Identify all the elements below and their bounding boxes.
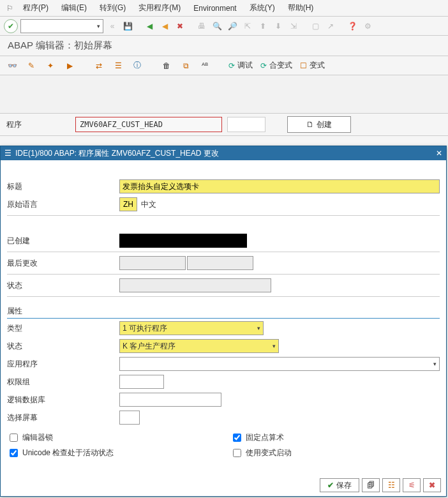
selscreen-input[interactable] [119,411,140,425]
debug-button[interactable]: ⟳调试 [228,60,253,71]
status-select[interactable]: K 客户生产程序▾ [119,339,279,353]
ldb-input[interactable] [119,393,221,407]
status-prop-label: 状态 [7,341,119,352]
info-icon[interactable]: ⓘ [131,60,143,72]
window-icon: ☰ [4,149,11,158]
editor-lock-checkbox[interactable] [10,434,18,442]
start-variant-checkbox[interactable] [233,449,241,457]
program-row: 程序 ZMV60AFZ_CUST_HEAD 🗋 创建 [0,114,448,136]
page-title: ABAP 编辑器：初始屏幕 [0,36,448,56]
foot-btn-2[interactable]: ☷ [382,478,400,492]
save-button[interactable]: ✔ 保存 [320,478,359,492]
check-icon: ✔ [327,481,334,490]
application-label: 应用程序 [7,359,119,370]
wand-icon[interactable]: ✎ [26,60,37,72]
variant-button[interactable]: ☐变式 [300,60,325,71]
branch-icon: ⚟ [408,481,415,490]
menu-edit[interactable]: 编辑(E) [55,3,93,13]
language-name: 中文 [141,199,156,210]
dialog-close-button[interactable]: ✕ [436,149,442,158]
dialog-titlebar: ☰ IDE(1)/800 ABAP: 程序属性 ZMV60AFZ_CUST_HE… [1,146,446,160]
create-button-label: 创建 [317,119,332,130]
foot-btn-3[interactable]: ⚟ [403,478,421,492]
command-field[interactable]: ▾ [20,19,103,33]
body-spacer [0,75,448,114]
settings-icon[interactable]: ⚙ [361,20,374,33]
authgroup-label: 权限组 [7,377,119,388]
main-toolbar: ✔ ▾ « 💾 ◀ ◀ ✖ 🖶 🔍 🔎 ⇱ ⬆ ⬇ ⇲ ▢ ↗ ❓ ⚙ [0,17,448,36]
list-icon: ☷ [388,481,395,490]
program-name-input[interactable]: ZMV60AFZ_CUST_HEAD [75,117,222,132]
status-label: 状态 [7,280,119,291]
back-icon[interactable]: ◀ [143,20,156,33]
exit-icon[interactable]: ◀ [158,20,171,33]
dialog-cancel-button[interactable]: ✖ [423,478,441,492]
dialog-title: IDE(1)/800 ABAP: 程序属性 ZMV60AFZ_CUST_HEAD… [15,148,219,159]
application-select[interactable]: ▾ [119,357,440,371]
program-label: 程序 [6,119,70,130]
prev-page-icon[interactable]: ⬆ [257,20,269,33]
lastchanged-date [119,256,186,270]
first-page-icon[interactable]: ⇱ [241,20,254,33]
activate-icon[interactable]: ✦ [45,60,56,72]
where-used-icon[interactable]: ⇄ [93,60,105,72]
menu-util[interactable]: 实用程序(M) [132,3,187,13]
status-value [119,278,271,292]
type-select[interactable]: 1 可执行程序▾ [119,321,264,335]
find-icon[interactable]: 🔍 [211,20,223,33]
unicode-check-checkbox[interactable] [10,449,18,457]
created-label: 已创建 [7,236,119,246]
new-session-icon[interactable]: ▢ [309,20,322,33]
program-ext-box [227,117,265,132]
foot-btn-1[interactable]: 🗐 [362,478,380,492]
fixed-point-label: 固定点算术 [246,432,284,443]
execute-icon[interactable]: ▶ [64,60,75,72]
authgroup-input[interactable] [119,375,164,389]
last-page-icon[interactable]: ⇲ [287,20,300,33]
shortcut-icon[interactable]: ↗ [324,20,337,33]
language-label: 原始语言 [7,199,119,210]
document-icon: 🗐 [367,481,375,490]
menu-program[interactable]: 程序(P) [17,3,55,13]
title-input[interactable] [119,179,440,193]
menu-help[interactable]: 帮助(H) [281,3,320,13]
app-toolbar: 👓 ✎ ✦ ▶ ⇄ ☰ ⓘ 🗑 ⧉ ᴬᴮ ⟳调试 ⟳合变式 ☐变式 [0,56,448,75]
menu-goto[interactable]: 转到(G) [93,3,132,13]
combine-variant-button[interactable]: ⟳合变式 [260,60,292,71]
selscreen-label: 选择屏幕 [7,412,119,423]
unicode-check-label: Unicode 检查处于活动状态 [22,448,114,458]
editor-lock-label: 编辑器锁 [22,432,53,443]
next-page-icon[interactable]: ⬇ [272,20,285,33]
type-select-value: 1 可执行程序 [123,323,167,334]
lastchanged-label: 最后更改 [7,258,119,269]
type-label: 类型 [7,323,119,334]
glasses-icon[interactable]: 👓 [6,60,18,72]
menu-system[interactable]: 系统(Y) [243,3,281,13]
bookmark-icon[interactable]: ⚐ [3,4,17,13]
title-field-label: 标题 [7,181,119,192]
copy-icon[interactable]: ⧉ [180,60,191,72]
save-icon[interactable]: 💾 [121,20,134,33]
skip-back-icon[interactable]: « [106,20,119,33]
cancel-icon[interactable]: ✖ [174,20,186,33]
ldb-label: 逻辑数据库 [7,395,119,405]
object-list-icon[interactable]: ☰ [112,60,124,72]
rename-icon[interactable]: ᴬᴮ [199,60,211,72]
attributes-section-title: 属性 [7,306,440,319]
lastchanged-user [187,256,253,270]
create-button[interactable]: 🗋 创建 [287,116,351,133]
save-button-label: 保存 [336,480,352,491]
find-next-icon[interactable]: 🔎 [226,20,239,33]
help-icon[interactable]: ❓ [346,20,359,33]
status-select-value: K 客户生产程序 [123,341,175,352]
language-code-input[interactable] [119,197,137,211]
delete-icon[interactable]: 🗑 [161,60,172,72]
attributes-dialog: ☰ IDE(1)/800 ABAP: 程序属性 ZMV60AFZ_CUST_HE… [0,146,447,497]
fixed-point-checkbox[interactable] [233,434,241,442]
created-value-redacted [119,234,247,248]
menu-env[interactable]: Environment [187,4,243,13]
dialog-footer: ✔ 保存 🗐 ☷ ⚟ ✖ [320,478,441,492]
ok-button[interactable]: ✔ [4,19,18,33]
print-icon[interactable]: 🖶 [195,20,208,33]
close-icon: ✖ [429,481,435,490]
